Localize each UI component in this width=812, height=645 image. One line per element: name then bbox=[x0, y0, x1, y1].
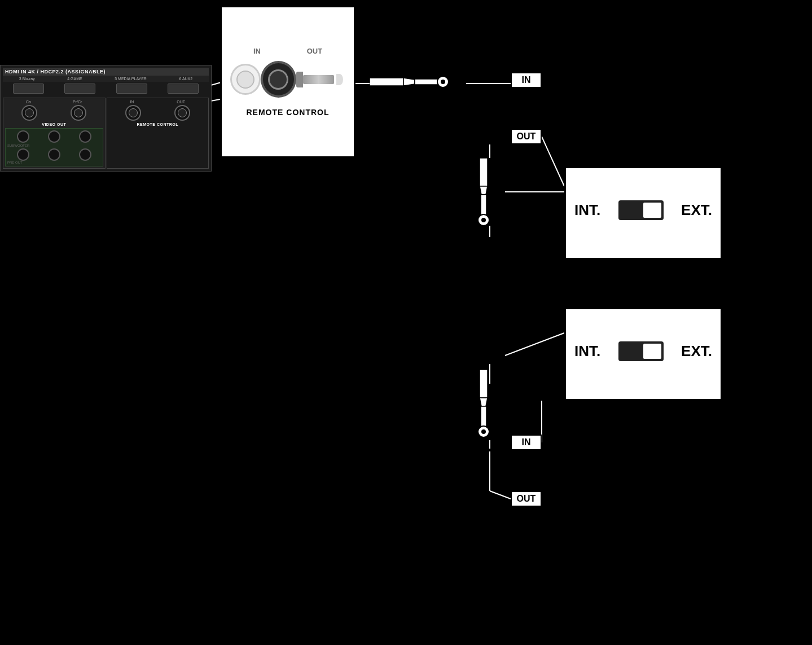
rc-out-connector-large bbox=[261, 61, 296, 98]
toggle-switch-2[interactable] bbox=[618, 341, 664, 361]
toggle-knob-1 bbox=[643, 203, 661, 218]
int-ext-box-1: INT. EXT. bbox=[564, 166, 722, 260]
in-label-bottom-text: IN bbox=[522, 437, 531, 447]
rc-in-connector-large bbox=[230, 64, 261, 95]
subwoofer-label: SUBWOOFER bbox=[7, 144, 101, 147]
toggle-switch-1[interactable] bbox=[618, 200, 664, 220]
svg-line-4 bbox=[542, 137, 564, 186]
toggle-knob-2 bbox=[643, 344, 661, 359]
sub-conn-3 bbox=[79, 130, 91, 143]
rca-vertical-2-svg bbox=[468, 370, 499, 454]
svg-rect-25 bbox=[480, 370, 488, 398]
svg-point-18 bbox=[441, 80, 445, 84]
svg-marker-15 bbox=[403, 78, 415, 86]
rc-out-label: OUT bbox=[307, 47, 322, 55]
rc-cable-head bbox=[336, 74, 343, 85]
ext-label-2: EXT. bbox=[681, 343, 712, 360]
remote-control-box: IN OUT REMOTE CONTROL bbox=[220, 6, 355, 158]
out-label-box-1: OUT bbox=[511, 129, 542, 144]
rc-panel-label: REMOTE CONTROL bbox=[109, 122, 207, 126]
svg-rect-20 bbox=[480, 158, 488, 186]
rc-in-label: IN bbox=[253, 47, 261, 55]
int-ext-box-2: INT. EXT. bbox=[564, 308, 722, 401]
rc-cable-body bbox=[303, 75, 334, 84]
hdmi-label-3: 3 Blu-ray bbox=[19, 77, 35, 81]
rca-vertical-1 bbox=[468, 158, 499, 245]
in-label-top-text: IN bbox=[522, 75, 531, 85]
svg-point-29 bbox=[481, 429, 486, 434]
video-ca-label: Ca bbox=[26, 100, 31, 104]
in-label-box-top: IN bbox=[511, 72, 542, 88]
rca-plug-svg bbox=[370, 68, 466, 96]
rc-out-connector bbox=[174, 105, 190, 121]
svg-marker-21 bbox=[480, 186, 488, 195]
svg-line-13 bbox=[490, 491, 511, 499]
receiver-remote-panel: IN OUT REMOTE CONTROL bbox=[107, 98, 209, 169]
sub-conn-1 bbox=[17, 130, 29, 143]
in-label-box-bottom: IN bbox=[511, 435, 542, 450]
hdmi-port-6 bbox=[168, 84, 199, 94]
hdmi-label-4: 4 GAME bbox=[67, 77, 82, 81]
rc-label-row: IN OUT bbox=[230, 47, 345, 55]
rca-vertical-2 bbox=[468, 370, 499, 457]
int-ext-labels-1: INT. EXT. bbox=[574, 200, 712, 220]
video-prcr-connector bbox=[71, 105, 86, 121]
rc-in-label-small: IN bbox=[130, 100, 134, 104]
int-label-2: INT. bbox=[574, 343, 600, 360]
rc-bottom-label: REMOTE CONTROL bbox=[247, 108, 330, 117]
rc-cable-assembly bbox=[296, 72, 345, 87]
out-label-bottom-text: OUT bbox=[517, 494, 536, 504]
svg-marker-26 bbox=[480, 398, 488, 406]
rc-connectors bbox=[230, 61, 345, 98]
receiver-panel: HDMI IN 4K / HDCP2.2 (ASSIGNABLE) 3 Blu-… bbox=[0, 65, 212, 172]
hdmi-port-3 bbox=[13, 84, 44, 94]
hdmi-port-5 bbox=[116, 84, 147, 94]
lower-section: Ca Pr/Cr VIDEO OUT SUBWOOFER bbox=[3, 98, 209, 169]
rc-connector-row bbox=[109, 105, 207, 121]
pre-out-label: PRE OUT bbox=[7, 161, 101, 164]
hdmi-port-4 bbox=[64, 84, 95, 94]
diagram: HDMI IN 4K / HDCP2.2 (ASSIGNABLE) 3 Blu-… bbox=[0, 0, 812, 645]
hdmi-header: HDMI IN 4K / HDCP2.2 (ASSIGNABLE) bbox=[3, 68, 209, 76]
svg-rect-14 bbox=[370, 78, 403, 86]
pre-conn-2 bbox=[48, 148, 60, 161]
video-out-label: VIDEO OUT bbox=[5, 122, 103, 126]
rca-horizontal-plug bbox=[370, 68, 466, 96]
rca-vertical-1-svg bbox=[468, 158, 499, 243]
video-out-panel: Ca Pr/Cr VIDEO OUT SUBWOOFER bbox=[3, 98, 106, 169]
video-ca-connector bbox=[21, 105, 37, 121]
int-ext-labels-2: INT. EXT. bbox=[574, 341, 712, 361]
svg-point-24 bbox=[481, 218, 486, 222]
rc-cable-tip bbox=[296, 72, 303, 87]
rc-out-label-small: OUT bbox=[177, 100, 185, 104]
rc-in-connector bbox=[125, 105, 141, 121]
svg-line-10 bbox=[505, 333, 564, 356]
out-label-top-text: OUT bbox=[517, 131, 536, 142]
hdmi-labels: 3 Blu-ray 4 GAME 5 MEDIA PLAYER 6 AUX2 bbox=[3, 76, 209, 82]
out-label-box-2: OUT bbox=[511, 491, 542, 507]
ext-label-1: EXT. bbox=[681, 201, 712, 219]
hdmi-ports-row bbox=[3, 82, 209, 95]
pre-conn-3 bbox=[79, 148, 91, 161]
sub-conn-2 bbox=[48, 130, 60, 143]
hdmi-label-5: 5 MEDIA PLAYER bbox=[115, 77, 147, 81]
hdmi-label-6: 6 AUX2 bbox=[179, 77, 192, 81]
int-label-1: INT. bbox=[574, 201, 600, 219]
pre-conn-1 bbox=[17, 148, 29, 161]
video-prcr-label: Pr/Cr bbox=[73, 100, 82, 104]
